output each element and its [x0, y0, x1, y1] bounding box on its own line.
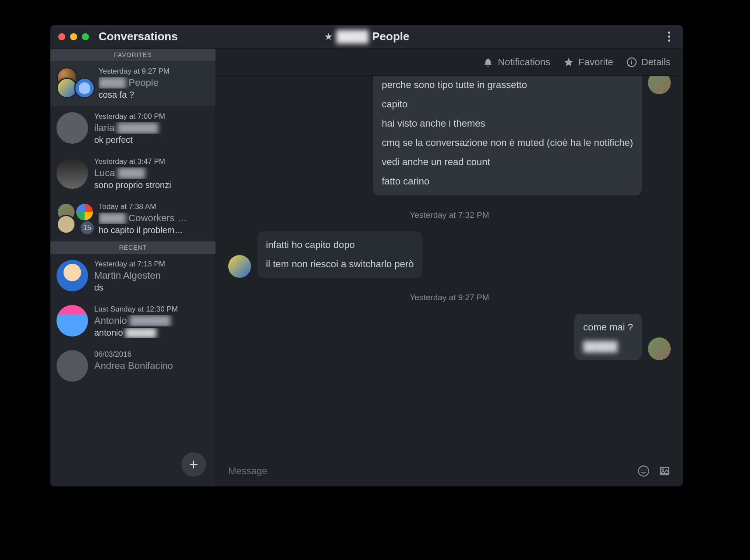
message-bubble: come mai ? █████: [574, 314, 642, 360]
avatar-stack: [57, 67, 92, 99]
message-avatar: [228, 255, 251, 278]
conversation-item[interactable]: 06/03/2016 Andrea Bonifacino: [50, 344, 216, 388]
close-window-button[interactable]: [58, 33, 65, 40]
emoji-icon: [637, 465, 650, 477]
conversation-item[interactable]: Yesterday at 7:00 PM ilaria ██████ ok pe…: [50, 106, 216, 151]
conversation-time: Yesterday at 7:00 PM: [94, 112, 209, 121]
conversation-item[interactable]: Yesterday at 3:47 PM Luca ████ sono prop…: [50, 151, 216, 196]
conversation-time: Last Sunday at 12:30 PM: [94, 305, 209, 314]
conversation-name: Luca ████: [94, 167, 209, 179]
recent-header: RECENT: [50, 241, 216, 254]
info-icon: [626, 57, 637, 67]
favorite-button[interactable]: Favorite: [563, 57, 613, 68]
message-group: infatti ho capito dopo il tem non riesco…: [228, 231, 671, 278]
conversation-name: ████ People: [99, 77, 209, 89]
main-panel: Notifications Favorite Details perche so…: [216, 49, 683, 486]
svg-rect-2: [631, 60, 632, 60]
avatar: [57, 157, 88, 189]
favorites-header: FAVORITES: [50, 49, 216, 61]
svg-point-5: [644, 469, 645, 470]
window-controls: [58, 33, 89, 40]
conversation-preview: antonio █████: [94, 328, 209, 338]
image-icon: [658, 465, 671, 477]
star-icon: [563, 57, 574, 67]
sidebar: FAVORITES Yesterday at 9:27 PM ████ Peop…: [50, 49, 216, 486]
star-icon: ★: [324, 31, 333, 43]
message-line: capito: [382, 97, 633, 112]
favorite-label: Favorite: [578, 57, 613, 68]
conversation-preview: cosa fa ?: [99, 90, 209, 100]
details-button[interactable]: Details: [626, 57, 671, 68]
conversation-item[interactable]: Yesterday at 9:27 PM ████ People cosa fa…: [50, 61, 216, 106]
details-label: Details: [641, 57, 671, 68]
sidebar-title: Conversations: [99, 30, 178, 43]
image-button[interactable]: [658, 465, 671, 477]
body: FAVORITES Yesterday at 9:27 PM ████ Peop…: [50, 49, 683, 486]
avatar: [74, 78, 95, 99]
svg-point-4: [641, 469, 642, 470]
avatar: [75, 202, 94, 222]
unread-count-badge: 15: [79, 220, 95, 236]
more-menu-button[interactable]: [663, 32, 675, 42]
plus-icon: [188, 459, 199, 470]
conversation-time: Today at 7:38 AM: [99, 202, 209, 211]
conversation-title-suffix: People: [372, 30, 409, 43]
svg-point-6: [662, 468, 664, 470]
conversation-item[interactable]: Yesterday at 7:13 PM Martin Algesten ds: [50, 254, 216, 299]
notifications-button[interactable]: Notifications: [483, 57, 550, 68]
conversation-time: Yesterday at 3:47 PM: [94, 157, 209, 166]
minimize-window-button[interactable]: [70, 33, 77, 40]
notifications-label: Notifications: [498, 57, 550, 68]
svg-point-3: [638, 466, 648, 476]
conversation-preview: sono proprio stronzi: [94, 180, 209, 190]
message-group: perche sono tipo tutte in grassetto capi…: [228, 76, 671, 195]
composer: [216, 455, 683, 486]
message-avatar: [648, 337, 671, 360]
emoji-button[interactable]: [637, 465, 650, 477]
avatar: [57, 305, 88, 337]
message-avatar: [648, 76, 671, 94]
avatar: [57, 215, 76, 234]
message-bubble: perche sono tipo tutte in grassetto capi…: [373, 76, 642, 195]
message-line: █████: [583, 339, 633, 354]
svg-rect-1: [631, 61, 632, 64]
conversation-time: Yesterday at 9:27 PM: [99, 67, 209, 76]
message-group: come mai ? █████: [228, 314, 671, 360]
message-line: perche sono tipo tutte in grassetto: [382, 78, 633, 92]
conversation-item[interactable]: Last Sunday at 12:30 PM Antonio ██████ a…: [50, 299, 216, 344]
conversation-title-prefix: ████: [336, 30, 369, 43]
new-conversation-button[interactable]: [181, 452, 206, 477]
fullscreen-window-button[interactable]: [82, 33, 89, 40]
conversation-name: Andrea Bonifacino: [94, 360, 209, 372]
conversation-item[interactable]: 15 Today at 7:38 AM ████ Coworkers … ho …: [50, 196, 216, 241]
app-window: Conversations ★ ████ People FAVORITES Ye…: [50, 25, 683, 486]
avatar: [57, 350, 88, 382]
message-line: il tem non riescoi a switcharlo però: [266, 257, 414, 272]
timestamp-divider: Yesterday at 7:32 PM: [228, 210, 671, 220]
message-line: hai visto anche i themes: [382, 116, 633, 131]
message-line: come mai ?: [583, 320, 633, 335]
message-line: vedi anche un read count: [382, 155, 633, 170]
conversation-name: ████ Coworkers …: [99, 213, 209, 224]
bell-icon: [483, 57, 493, 67]
message-bubble: infatti ho capito dopo il tem non riesco…: [257, 231, 422, 278]
message-line: fatto carino: [382, 174, 633, 189]
message-input[interactable]: [228, 465, 629, 477]
avatar: [57, 112, 88, 144]
messages-area[interactable]: perche sono tipo tutte in grassetto capi…: [216, 76, 683, 455]
conversation-name: ilaria ██████: [94, 122, 209, 134]
conversation-name: Antonio ██████: [94, 315, 209, 326]
conversation-preview: ds: [94, 283, 209, 293]
conversation-time: 06/03/2016: [94, 350, 209, 359]
avatar-stack: 15: [57, 202, 92, 234]
message-line: infatti ho capito dopo: [266, 237, 414, 252]
message-line: cmq se la conversazione non è muted (cio…: [382, 135, 633, 150]
avatar: [57, 260, 88, 291]
conversation-preview: ho capito il problem…: [99, 225, 209, 235]
conversation-toolbar: Notifications Favorite Details: [216, 49, 683, 76]
titlebar: Conversations ★ ████ People: [50, 25, 683, 49]
timestamp-divider: Yesterday at 9:27 PM: [228, 293, 671, 302]
conversation-preview: ok perfect: [94, 135, 209, 145]
conversation-name: Martin Algesten: [94, 270, 209, 281]
conversation-time: Yesterday at 7:13 PM: [94, 260, 209, 269]
